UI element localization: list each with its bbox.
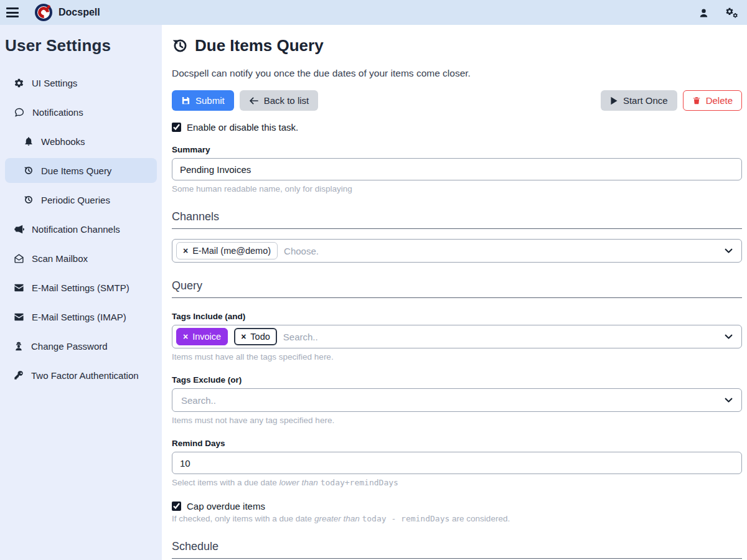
top-navbar: Docspell (0, 0, 747, 25)
sidebar-item-due-items-query[interactable]: Due Items Query (5, 158, 157, 183)
submit-button[interactable]: Submit (172, 90, 234, 111)
channels-select[interactable]: × E-Mail (me@demo) Choose. (172, 239, 742, 263)
summary-label: Summary (172, 145, 742, 154)
tags-include-help: Items must have all the tags specified h… (172, 352, 742, 362)
divider (172, 228, 742, 229)
enable-task-checkbox[interactable] (172, 123, 181, 132)
sidebar-item-notification-channels[interactable]: Notification Channels (5, 217, 157, 241)
play-icon (610, 96, 618, 105)
sidebar-item-two-factor-auth[interactable]: Two Factor Authentication (5, 363, 157, 388)
arrow-left-icon (249, 96, 259, 105)
remind-days-label: Remind Days (172, 439, 742, 448)
user-secret-icon (14, 341, 24, 352)
start-once-button[interactable]: Start Once (601, 90, 677, 111)
chevron-down-icon[interactable] (725, 248, 733, 254)
cap-overdue-checkbox-row: Cap overdue items (172, 501, 742, 511)
summary-help: Some human readable name, only for displ… (172, 184, 742, 194)
main-content: Due Items Query Docspell can notify you … (162, 25, 747, 560)
save-icon (181, 96, 190, 105)
tag-chip-todo[interactable]: × Todo (234, 328, 277, 345)
settings-sidebar: User Settings UI Settings Notifications … (0, 25, 162, 560)
comment-icon (14, 107, 25, 118)
schedule-heading: Schedule (172, 540, 742, 553)
envelope-open-icon (14, 253, 24, 264)
divider (172, 297, 742, 298)
docspell-logo-icon (35, 4, 52, 21)
user-icon[interactable] (698, 7, 709, 18)
channel-chip-email[interactable]: × E-Mail (me@demo) (176, 242, 278, 259)
sidebar-title: User Settings (5, 36, 157, 55)
chevron-down-icon[interactable] (725, 398, 733, 403)
page-title: Due Items Query (172, 36, 742, 55)
tags-exclude-placeholder: Search.. (181, 395, 216, 406)
tag-chip-invoice[interactable]: × Invoice (176, 328, 228, 345)
key-icon (14, 370, 24, 380)
back-to-list-button[interactable]: Back to list (240, 90, 319, 111)
brand-name: Docspell (59, 7, 100, 18)
sidebar-item-change-password[interactable]: Change Password (5, 334, 157, 358)
query-heading: Query (172, 279, 742, 292)
chevron-down-icon[interactable] (725, 334, 733, 340)
remove-icon[interactable]: × (183, 246, 188, 255)
intro-text: Docspell can notify you once the due dat… (172, 68, 742, 79)
sidebar-item-periodic-queries[interactable]: Periodic Queries (5, 187, 157, 212)
remove-icon[interactable]: × (241, 332, 246, 341)
remove-icon[interactable]: × (183, 332, 188, 341)
channels-placeholder: Choose. (284, 246, 319, 256)
history-icon (24, 195, 34, 205)
cap-overdue-help: If checked, only items with a due date g… (172, 514, 742, 523)
tags-exclude-help: Items must not have any tag specified he… (172, 416, 742, 425)
sidebar-item-ui-settings[interactable]: UI Settings (5, 70, 157, 95)
channels-heading: Channels (172, 210, 742, 223)
bell-icon (24, 136, 34, 146)
remind-days-input[interactable] (172, 452, 742, 474)
sidebar-item-scan-mailbox[interactable]: Scan Mailbox (5, 246, 157, 271)
delete-button[interactable]: Delete (683, 90, 742, 111)
hamburger-menu-icon[interactable] (6, 7, 19, 17)
sidebar-item-webhooks[interactable]: Webhooks (5, 129, 157, 154)
sidebar-item-email-imap[interactable]: E-Mail Settings (IMAP) (5, 304, 157, 329)
tags-include-select[interactable]: × Invoice × Todo Search.. (172, 325, 742, 348)
brand[interactable]: Docspell (35, 4, 100, 21)
tags-exclude-select[interactable]: Search.. (172, 388, 742, 412)
history-icon (172, 37, 189, 54)
sidebar-item-email-smtp[interactable]: E-Mail Settings (SMTP) (5, 275, 157, 300)
envelope-icon (14, 312, 24, 322)
bullhorn-icon (14, 224, 24, 235)
remind-days-help: Select items with a due date lower than … (172, 478, 742, 487)
summary-input[interactable] (172, 158, 742, 180)
trash-icon (692, 96, 701, 105)
enable-task-checkbox-row: Enable or disable this task. (172, 122, 742, 133)
sidebar-item-notifications[interactable]: Notifications (5, 100, 157, 124)
gears-icon[interactable] (725, 7, 738, 19)
tags-include-label: Tags Include (and) (172, 312, 742, 321)
tags-exclude-label: Tags Exclude (or) (172, 375, 742, 385)
cap-overdue-checkbox[interactable] (172, 502, 181, 511)
gear-icon (14, 78, 24, 88)
tags-include-placeholder: Search.. (283, 332, 318, 342)
envelope-icon (14, 283, 24, 292)
divider (172, 558, 742, 559)
history-icon (24, 166, 34, 175)
